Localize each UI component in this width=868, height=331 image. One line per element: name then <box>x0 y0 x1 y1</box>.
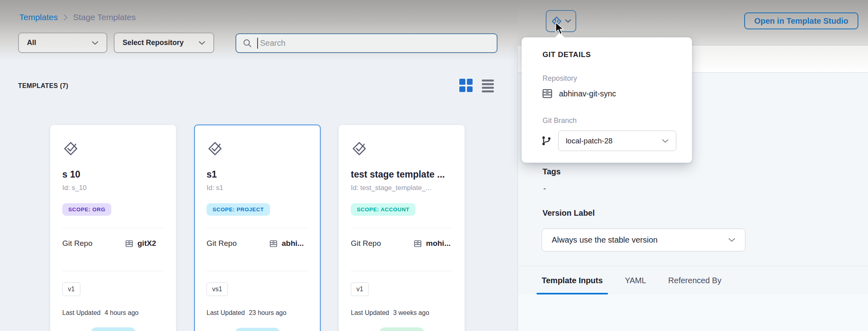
template-details-panel: Open in Template Studio GIT DETAILS Repo… <box>518 0 868 331</box>
chevron-down-icon <box>728 238 735 242</box>
template-cards-row: s 10 Id: s_10 SCOPE: ORG Git Repo gitX2 … <box>50 125 465 331</box>
scope-badge: SCOPE: PROJECT <box>207 203 270 216</box>
tab-yaml[interactable]: YAML <box>625 266 646 294</box>
breadcrumb-current: Stage Templates <box>73 12 136 22</box>
divider <box>351 271 452 271</box>
git-branch-icon <box>541 135 552 146</box>
git-repo-value: mohi... <box>426 239 450 248</box>
templates-count-header: TEMPLATES (7) <box>18 82 68 90</box>
last-updated-row: Last Updated 4 hours ago <box>62 309 164 317</box>
details-tabs: Template Inputs YAML Referenced By <box>518 266 868 294</box>
repository-icon <box>269 239 278 248</box>
last-updated-value: 4 hours ago <box>104 309 139 317</box>
template-title: test stage template ... <box>351 169 452 180</box>
git-repo-label: Git Repo <box>62 239 123 248</box>
stable-version-pill <box>379 327 424 331</box>
divider <box>207 271 308 271</box>
tab-content-area <box>518 294 868 331</box>
template-icon <box>351 140 452 157</box>
stable-version-pill <box>91 327 136 331</box>
git-details-title: GIT DETAILS <box>542 50 591 59</box>
last-updated-label: Last Updated <box>351 309 389 317</box>
git-branch-row: local-patch-28 <box>541 131 676 151</box>
search-icon <box>243 39 252 48</box>
template-id: Id: s_10 <box>62 184 164 192</box>
version-label-select[interactable]: Always use the stable version <box>542 229 745 251</box>
template-icon <box>207 140 308 157</box>
repository-filter-value: Select Repository <box>123 39 184 47</box>
tab-template-inputs[interactable]: Template Inputs <box>542 266 603 294</box>
divider <box>62 271 164 271</box>
template-id: Id: s1 <box>207 184 308 192</box>
breadcrumb-chevron-icon <box>63 14 68 21</box>
last-updated-row: Last Updated 23 hours ago <box>207 309 308 317</box>
template-title: s 10 <box>62 169 164 180</box>
scope-badge: SCOPE: ORG <box>62 203 111 216</box>
search-input[interactable] <box>258 39 490 48</box>
repository-icon <box>414 239 422 248</box>
repository-row: abhinav-git-sync <box>542 88 616 99</box>
git-branch-label: Git Branch <box>542 116 577 125</box>
chevron-down-icon <box>199 41 205 45</box>
tab-referenced-by[interactable]: Referenced By <box>668 266 721 294</box>
version-label: Version Label <box>542 208 595 218</box>
repository-icon <box>125 239 133 248</box>
template-card-s1[interactable]: s1 Id: s1 SCOPE: PROJECT Git Repo abhi..… <box>194 125 321 331</box>
version-chip: vs1 <box>207 282 228 296</box>
repository-name: abhinav-git-sync <box>559 89 616 98</box>
scope-filter-select[interactable]: All <box>18 33 107 53</box>
git-repo-value: gitX2 <box>137 239 156 248</box>
repository-icon <box>542 88 553 99</box>
chevron-down-icon <box>662 139 669 143</box>
last-updated-value: 3 weeks ago <box>393 309 429 317</box>
git-repo-row: Git Repo abhi... <box>207 228 308 259</box>
scope-badge: SCOPE: ACCOUNT <box>351 203 416 216</box>
template-card-s10[interactable]: s 10 Id: s_10 SCOPE: ORG Git Repo gitX2 … <box>50 125 176 331</box>
git-repo-value: abhi... <box>282 239 304 248</box>
template-icon <box>62 140 164 157</box>
chevron-down-icon <box>92 41 98 45</box>
breadcrumb: Templates Stage Templates <box>19 12 136 22</box>
version-chip: v1 <box>351 282 369 296</box>
git-repo-label: Git Repo <box>351 239 411 248</box>
version-chip: v1 <box>62 282 80 296</box>
last-updated-value: 23 hours ago <box>249 309 286 317</box>
git-branch-value: local-patch-28 <box>566 137 612 145</box>
chevron-down-icon <box>565 19 571 23</box>
git-details-popover: GIT DETAILS Repository abhinav-git-sync … <box>522 37 692 163</box>
version-label-value: Always use the stable version <box>552 235 657 245</box>
tags-value: - <box>543 184 546 193</box>
template-card-test-stage[interactable]: test stage template ... Id: test_stage_t… <box>338 125 465 331</box>
stable-version-pill <box>235 328 280 331</box>
breadcrumb-templates-link[interactable]: Templates <box>19 12 58 22</box>
last-updated-label: Last Updated <box>207 309 245 317</box>
repository-filter-select[interactable]: Select Repository <box>114 33 214 53</box>
grid-view-icon[interactable] <box>459 79 473 92</box>
git-repo-row: Git Repo mohi... <box>351 228 452 259</box>
search-box <box>235 33 497 53</box>
repository-label: Repository <box>542 74 577 83</box>
tags-label: Tags <box>542 167 561 176</box>
list-view-icon[interactable] <box>482 80 494 92</box>
git-repo-label: Git Repo <box>207 239 267 248</box>
open-in-template-studio-button[interactable]: Open in Template Studio <box>744 12 858 29</box>
last-updated-row: Last Updated 3 weeks ago <box>351 309 452 317</box>
git-branch-select[interactable]: local-patch-28 <box>558 131 676 151</box>
git-repo-row: Git Repo gitX2 <box>62 228 164 259</box>
last-updated-label: Last Updated <box>62 309 100 317</box>
scope-filter-value: All <box>27 39 36 47</box>
template-title: s1 <box>207 169 308 180</box>
templates-list-panel: Templates Stage Templates All Select Rep… <box>0 0 518 331</box>
template-id: Id: test_stage_template_... <box>351 184 452 192</box>
mouse-cursor <box>555 22 565 36</box>
